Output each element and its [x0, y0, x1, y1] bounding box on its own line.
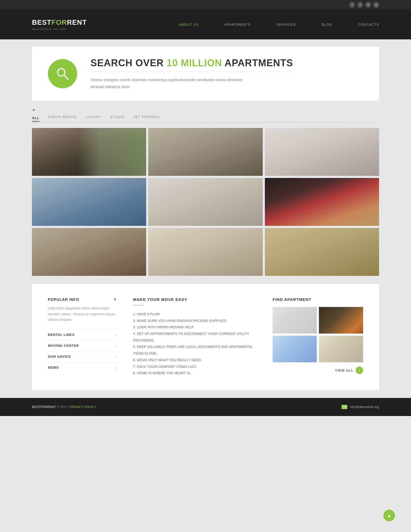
social-x[interactable]: ✕	[365, 2, 371, 8]
copyright-text: BESTFORRENT © 2013 | PRIVACY POLICY	[32, 405, 96, 409]
search-description: Viseas eciegast nveriti vitaesae meraser…	[91, 76, 245, 90]
social-twitter[interactable]: t	[349, 2, 355, 8]
view-all-arrow-icon: ›	[356, 367, 363, 374]
accordion-moving-center[interactable]: MOVING CENTER ›	[48, 340, 117, 351]
our-advice-label: OUR ADVICE	[48, 355, 71, 359]
popular-info-text: Lasfy lerdro asapicade erbras nemo enipt…	[48, 306, 117, 323]
logo-best: BEST	[32, 18, 51, 26]
filter-section: ▼ ALL CHEAP RENTAL LUXURY STUDIO PET FRI…	[32, 108, 379, 123]
logo-for: FOR	[51, 18, 67, 26]
logo-text: BESTFORRENT	[32, 18, 87, 27]
move-item-1: 1. HAVE A PLAN!	[133, 311, 257, 318]
popular-info-header[interactable]: POPULAR INFO ▼	[48, 297, 117, 302]
bottom-bar: BESTFORRENT © 2013 | PRIVACY POLICY info…	[0, 398, 411, 416]
search-title-suffix: APARTMENTS	[222, 57, 293, 68]
top-bar: t f ✕ g	[0, 0, 411, 10]
main-nav: ABOUT US APARTMENTS SERVICES BLOG CONTAC…	[179, 22, 379, 27]
popular-info-title: POPULAR INFO	[48, 297, 79, 302]
filter-arrow-icon: ▼	[32, 108, 379, 112]
nav-apartments[interactable]: APARTMENTS	[224, 23, 250, 27]
room-image-7[interactable]	[32, 228, 146, 276]
room-image-4[interactable]	[32, 178, 146, 226]
move-item-2: 2. MAKE SURE YOU HAVE ENOUGH PACKING SUP…	[133, 318, 257, 324]
filter-tab-petfriendly[interactable]: PET FRIENDLY	[133, 114, 161, 120]
accordion-our-advice[interactable]: OUR ADVICE ›	[48, 351, 117, 362]
email-address: info@demolink.org	[350, 405, 379, 409]
find-apartment-grid	[273, 307, 363, 362]
search-content: SEARCH OVER 10 MILLION APARTMENTS Viseas…	[91, 57, 293, 90]
moving-center-label: MOVING CENTER	[48, 344, 79, 348]
nav-blog[interactable]: BLOG	[322, 23, 332, 27]
contact-email: info@demolink.org	[342, 405, 379, 409]
room-image-3[interactable]	[265, 128, 379, 176]
filter-tab-all[interactable]: ALL	[32, 115, 39, 122]
nav-sep-2	[263, 22, 264, 27]
move-item-3: 3. LOOK INTO HIRING MOVING HELP.	[133, 324, 257, 331]
search-title-prefix: SEARCH OVER	[91, 57, 167, 68]
accordion-news[interactable]: NEWS ›	[48, 362, 117, 373]
social-facebook[interactable]: f	[357, 2, 363, 8]
news-label: NEWS	[48, 365, 59, 369]
move-item-8: 8. HOME IS WHERE THE HEART IS.	[133, 370, 257, 377]
move-easy-panel: MAKE YOUR MOVE EASY 1. HAVE A PLAN! 2. M…	[133, 297, 257, 377]
logo: BESTFORRENT apartments for rent	[32, 18, 87, 31]
room-image-9[interactable]	[265, 228, 379, 276]
room-image-8[interactable]	[148, 228, 262, 276]
logo-sub: apartments for rent	[32, 27, 87, 31]
room-image-5[interactable]	[148, 178, 262, 226]
find-apartment-title: FIND APARTMENT	[273, 297, 363, 302]
find-img-1[interactable]	[273, 307, 317, 334]
moving-center-arrow-icon: ›	[116, 344, 117, 348]
room-image-1[interactable]	[32, 128, 146, 176]
room-image-2[interactable]	[148, 128, 262, 176]
move-easy-title: MAKE YOUR MOVE EASY	[133, 297, 257, 302]
popular-info-panel: POPULAR INFO ▼ Lasfy lerdro asapicade er…	[48, 297, 117, 377]
search-icon	[55, 66, 70, 81]
news-arrow-icon: ›	[116, 365, 117, 370]
logo-rent: RENT	[67, 18, 87, 26]
find-img-3[interactable]	[273, 336, 317, 362]
email-icon	[342, 405, 347, 409]
search-divider	[91, 72, 293, 72]
search-title: SEARCH OVER 10 MILLION APARTMENTS	[91, 57, 293, 69]
move-item-4: 4. SET UP APPOINTMENTS TO DISCONNECT YOU…	[133, 331, 257, 344]
rental-links-arrow-icon: ›	[116, 333, 117, 337]
move-easy-divider	[133, 305, 144, 306]
find-img-2[interactable]	[319, 307, 363, 334]
room-image-6[interactable]	[265, 178, 379, 226]
view-all-button[interactable]: VIEW ALL ›	[273, 367, 363, 374]
filter-tab-studio[interactable]: STUDIO	[110, 114, 125, 120]
nav-sep-3	[309, 22, 309, 27]
nav-about[interactable]: ABOUT US	[179, 23, 199, 27]
popular-info-arrow-icon: ▼	[113, 297, 117, 302]
filter-tab-luxury[interactable]: LUXURY	[86, 114, 102, 120]
find-img-4[interactable]	[319, 336, 363, 362]
nav-sep-1	[211, 22, 212, 27]
svg-line-1	[64, 75, 68, 79]
move-item-6: 6. MOVE ONLY WHAT YOU REALLY NEED.	[133, 357, 257, 364]
info-section: POPULAR INFO ▼ Lasfy lerdro asapicade er…	[32, 284, 379, 390]
search-highlight: 10 MILLION	[167, 57, 222, 68]
social-google[interactable]: g	[373, 2, 379, 8]
room-image-grid	[32, 128, 379, 276]
header: BESTFORRENT apartments for rent ABOUT US…	[0, 10, 411, 39]
privacy-policy-link[interactable]: PRIVACY POLICY	[70, 405, 96, 409]
move-item-5: 5. KEEP VALUABLE ITEMS LIKE LEGAL DOCUME…	[133, 344, 257, 357]
copyright-year: © 2013 |	[57, 405, 69, 409]
nav-services[interactable]: SERVICES	[276, 23, 296, 27]
our-advice-arrow-icon: ›	[116, 355, 117, 359]
search-section: SEARCH OVER 10 MILLION APARTMENTS Viseas…	[32, 47, 379, 101]
move-item-7: 7. PACK YOUR COMFORT ITEMS LAST.	[133, 364, 257, 370]
view-all-label: VIEW ALL	[335, 368, 354, 372]
filter-tab-cheap[interactable]: CHEAP RENTAL	[48, 114, 77, 120]
nav-sep-4	[345, 22, 345, 27]
nav-contacts[interactable]: CONTACTS	[358, 23, 379, 27]
brand-name: BESTFORRENT	[32, 405, 56, 409]
search-icon-circle	[48, 59, 77, 88]
accordion-rental-links[interactable]: RENTAL LINKS ›	[48, 329, 117, 340]
filter-tabs: ALL CHEAP RENTAL LUXURY STUDIO PET FRIEN…	[32, 114, 379, 123]
find-apartment-panel: FIND APARTMENT VIEW ALL ›	[273, 297, 363, 377]
rental-links-label: RENTAL LINKS	[48, 333, 75, 337]
